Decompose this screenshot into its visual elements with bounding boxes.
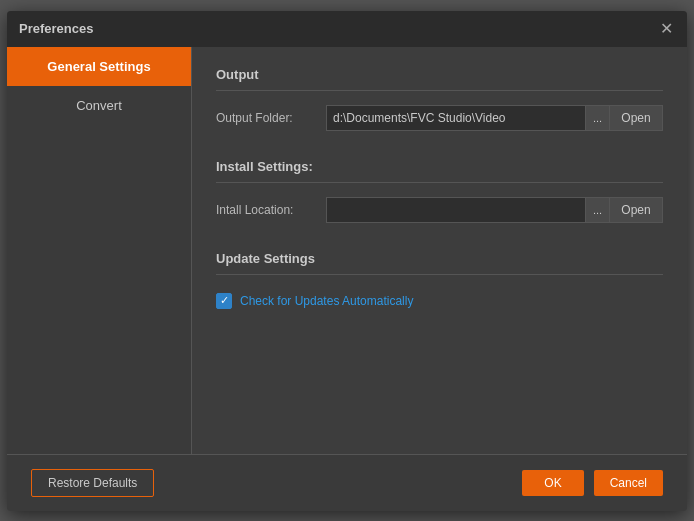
install-location-label: Intall Location: [216,203,326,217]
checkmark-icon: ✓ [220,295,229,306]
install-location-input-group: ... Open [326,197,663,223]
preferences-dialog: Preferences ✕ General Settings Convert O… [7,11,687,511]
output-folder-input-group: ... Open [326,105,663,131]
footer-right: OK Cancel [522,470,663,496]
output-folder-ellipsis-button[interactable]: ... [585,105,609,131]
output-folder-open-button[interactable]: Open [609,105,663,131]
output-section-title: Output [216,67,663,82]
dialog-body: General Settings Convert Output Output F… [7,47,687,454]
restore-defaults-button[interactable]: Restore Defaults [31,469,154,497]
install-location-ellipsis-button[interactable]: ... [585,197,609,223]
sidebar-item-convert[interactable]: Convert [7,86,191,125]
output-folder-row: Output Folder: ... Open [216,105,663,131]
sidebar-item-general-settings[interactable]: General Settings [7,47,191,86]
title-bar: Preferences ✕ [7,11,687,47]
auto-update-row: ✓ Check for Updates Automatically [216,293,663,309]
auto-update-checkbox[interactable]: ✓ [216,293,232,309]
footer-left: Restore Defaults [31,469,154,497]
install-location-input[interactable] [326,197,585,223]
output-folder-label: Output Folder: [216,111,326,125]
install-location-open-button[interactable]: Open [609,197,663,223]
dialog-title: Preferences [19,21,93,36]
ok-button[interactable]: OK [522,470,583,496]
install-section-title: Install Settings: [216,159,663,174]
auto-update-label: Check for Updates Automatically [240,294,413,308]
cancel-button[interactable]: Cancel [594,470,663,496]
output-divider [216,90,663,91]
dialog-footer: Restore Defaults OK Cancel [7,454,687,511]
update-section-title: Update Settings [216,251,663,266]
output-folder-input[interactable] [326,105,585,131]
sidebar: General Settings Convert [7,47,192,454]
install-location-row: Intall Location: ... Open [216,197,663,223]
close-button[interactable]: ✕ [657,20,675,38]
update-divider [216,274,663,275]
install-divider [216,182,663,183]
main-content: Output Output Folder: ... Open Install S… [192,47,687,454]
